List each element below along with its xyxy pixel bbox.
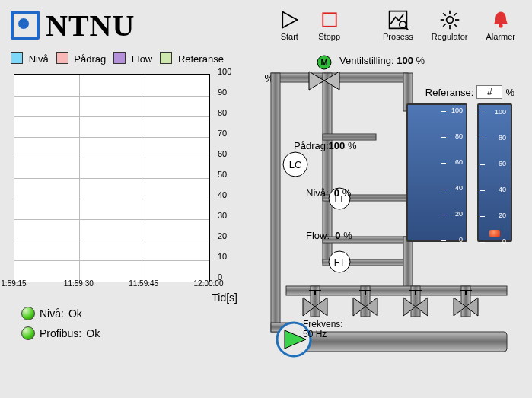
swatch-padrag [56, 52, 68, 64]
stop-button[interactable]: Stopp [312, 6, 346, 44]
gauge-tick: 80 [444, 132, 463, 140]
y-tick: 30 [218, 211, 227, 220]
legend-item-referanse: Referanse [160, 52, 224, 65]
swatch-niva [11, 52, 23, 64]
swatch-referanse [160, 52, 172, 64]
y-tick: 80 [218, 108, 227, 117]
status-niva: Nivå: Ok [9, 307, 253, 320]
stop-label: Stopp [318, 32, 340, 41]
tank-level-gauge: 100806040200 [406, 103, 467, 242]
svg-rect-1 [323, 13, 336, 27]
gauge-tick: 0 [444, 236, 463, 244]
y-tick: 100 [218, 67, 231, 76]
alarmer-label: Alarmer [486, 32, 515, 41]
process-chart-icon [387, 9, 409, 30]
swatch-flow [113, 52, 126, 64]
play-icon [279, 9, 300, 30]
gear-icon [439, 9, 460, 30]
niva-readout: Nivå: 0 % [306, 187, 351, 199]
flow-readout: Flow: 0 % [306, 230, 352, 241]
gauge-tick: 60 [444, 158, 463, 166]
svg-line-12 [454, 13, 457, 16]
gauge-tick: 40 [483, 186, 506, 193]
svg-marker-0 [283, 12, 298, 28]
status-profibus: Profibus: Ok [9, 326, 253, 340]
x-tick: 12:00:00 [194, 279, 224, 288]
regulator-button[interactable]: Regulator [425, 6, 474, 44]
gauge-tick: 60 [483, 160, 506, 167]
svg-rect-16 [271, 73, 280, 332]
svg-rect-24 [403, 237, 413, 290]
frekvens-readout: Frekvens: 50 Hz [303, 320, 343, 339]
chart-legend: Nivå Pådrag Flow Referanse [9, 50, 253, 68]
gauge-tick: 80 [483, 134, 506, 142]
padrag-readout: Pådrag:100 % [294, 140, 356, 151]
svg-point-5 [446, 17, 453, 24]
led-profibus-icon [21, 326, 35, 340]
x-axis-label: Tid[s] [212, 291, 237, 304]
gauge-tick: 100 [483, 108, 506, 116]
alarmer-button[interactable]: Alarmer [479, 6, 521, 44]
lc-bubble: LC [289, 159, 302, 170]
y-tick: 70 [218, 129, 227, 138]
motor-label: M [320, 58, 327, 67]
x-tick: 11:59:45 [129, 279, 158, 288]
bell-icon [490, 9, 511, 30]
prosess-label: Prosess [383, 32, 413, 41]
led-niva-icon [21, 307, 35, 320]
ventilstilling-readout: Ventilstilling: 100 % [339, 55, 425, 66]
ntnu-logo-text: NTNU [46, 8, 135, 43]
svg-line-10 [443, 13, 446, 16]
x-tick: 1:59:15 [1, 279, 26, 288]
y-tick: 60 [218, 149, 227, 158]
x-tick: 11:59:30 [64, 279, 94, 288]
svg-point-3 [400, 21, 406, 28]
legend-item-niva: Nivå [11, 52, 49, 65]
y-tick: 40 [218, 190, 227, 199]
y-tick: 20 [218, 231, 227, 240]
ntnu-logo-icon [11, 11, 40, 40]
y-tick: 90 [218, 88, 227, 97]
referanse-input[interactable]: Referanse: # % [425, 85, 514, 99]
legend-item-flow: Flow [113, 52, 152, 65]
trend-chart: 1009080706050403020100 % 1:59:1511:59:30… [9, 72, 253, 301]
y-tick: 50 [218, 170, 227, 179]
start-label: Start [281, 32, 298, 41]
gauge-tick: 20 [483, 212, 506, 219]
svg-line-4 [406, 27, 409, 30]
svg-point-14 [499, 24, 502, 27]
gauge-tick: 40 [444, 184, 463, 192]
reference-gauge: 100806040200 [477, 103, 512, 242]
legend-item-padrag: Pådrag [56, 52, 107, 65]
y-tick: 10 [218, 252, 227, 261]
prosess-button[interactable]: Prosess [377, 6, 419, 44]
svg-line-11 [454, 24, 457, 27]
start-button[interactable]: Start [272, 6, 306, 44]
svg-rect-19 [323, 134, 376, 140]
gauge-tick: 100 [444, 107, 463, 114]
gauge-tick: 0 [483, 237, 506, 245]
ft-bubble: FT [334, 257, 346, 268]
stop-icon [319, 9, 340, 30]
regulator-label: Regulator [432, 32, 468, 41]
reference-indicator-icon [489, 230, 500, 237]
gauge-tick: 20 [444, 210, 463, 218]
svg-line-13 [443, 24, 446, 27]
